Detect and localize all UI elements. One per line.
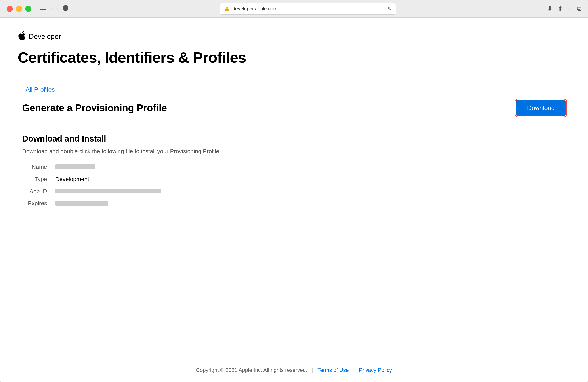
name-redacted	[55, 164, 95, 169]
svg-rect-2	[40, 9, 46, 10]
address-bar[interactable]: 🔒 developer.apple.com ↻	[219, 3, 396, 15]
expires-redacted	[55, 201, 108, 206]
download-install-section: Download and Install Download and double…	[22, 134, 566, 207]
download-button[interactable]: Download	[516, 100, 566, 116]
svg-rect-3	[43, 6, 46, 6]
footer-divider-1: |	[312, 367, 313, 373]
lock-icon: 🔒	[224, 6, 230, 12]
close-button[interactable]	[7, 6, 13, 12]
forward-button[interactable]: ›	[56, 5, 58, 12]
svg-rect-0	[40, 6, 43, 6]
share-toolbar-icon[interactable]: ⬆	[558, 5, 563, 12]
refresh-button[interactable]: ↻	[388, 6, 392, 12]
app-id-value	[55, 189, 566, 194]
developer-logo-text: Developer	[29, 33, 61, 41]
tabs-overview-button[interactable]: ⧉	[577, 5, 581, 12]
maximize-button[interactable]	[25, 6, 31, 12]
browser-content: Developer Certificates, Identifiers & Pr…	[0, 18, 588, 382]
section-header: Generate a Provisioning Profile Download	[22, 100, 566, 123]
type-value: Development	[55, 176, 566, 183]
svg-rect-1	[40, 7, 46, 8]
terms-of-use-link[interactable]: Terms of Use	[317, 367, 349, 373]
new-tab-button[interactable]: +	[568, 5, 572, 12]
content-area: ‹ All Profiles Generate a Provisioning P…	[18, 86, 570, 207]
type-label: Type:	[22, 176, 49, 183]
minimize-button[interactable]	[16, 6, 22, 12]
expires-value	[55, 201, 566, 207]
subsection-title: Download and Install	[22, 134, 566, 144]
download-toolbar-icon[interactable]: ⬇	[547, 5, 552, 12]
back-button[interactable]: ‹	[51, 5, 53, 12]
footer-divider-2: |	[353, 367, 355, 373]
all-profiles-breadcrumb[interactable]: ‹ All Profiles	[22, 86, 566, 93]
name-value	[55, 164, 566, 170]
toolbar-actions: ⬇ ⬆ + ⧉	[547, 5, 581, 12]
copyright-text: Copyright © 2021 Apple Inc. All rights r…	[196, 367, 307, 373]
subsection-description: Download and double click the following …	[22, 148, 566, 155]
browser-titlebar: ‹ › 🔒 developer.apple.com ↻ ⬇ ⬆ + ⧉	[0, 0, 588, 18]
app-id-label: App ID:	[22, 188, 49, 195]
section-title: Generate a Provisioning Profile	[22, 102, 167, 114]
privacy-policy-link[interactable]: Privacy Policy	[359, 367, 392, 373]
apple-logo	[18, 31, 26, 42]
url-text: developer.apple.com	[232, 6, 277, 12]
page-wrapper: Developer Certificates, Identifiers & Pr…	[0, 18, 588, 358]
page-header: Developer Certificates, Identifiers & Pr…	[18, 31, 570, 75]
app-id-redacted	[55, 189, 161, 193]
page-title: Certificates, Identifiers & Profiles	[18, 49, 570, 66]
nav-arrows: ‹ ›	[51, 5, 58, 12]
address-bar-container: 🔒 developer.apple.com ↻	[73, 3, 543, 15]
expires-label: Expires:	[22, 200, 49, 207]
browser-window: ‹ › 🔒 developer.apple.com ↻ ⬇ ⬆ + ⧉	[0, 0, 588, 382]
name-label: Name:	[22, 164, 49, 171]
shield-icon	[63, 4, 69, 13]
sidebar-toggle-button[interactable]	[40, 5, 46, 12]
traffic-lights	[7, 6, 31, 12]
profile-details: Name: Type: Development App ID:	[22, 164, 566, 207]
page-footer: Copyright © 2021 Apple Inc. All rights r…	[0, 358, 588, 382]
